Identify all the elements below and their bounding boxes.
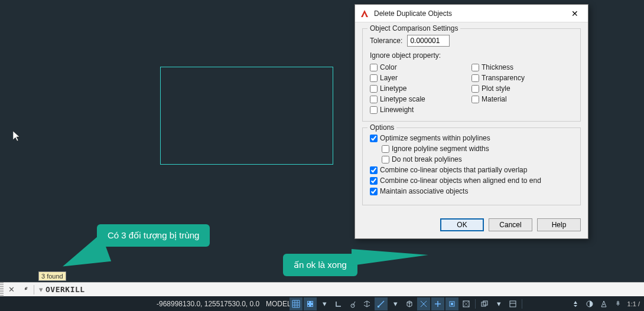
checkbox-material[interactable]: Material (471, 95, 573, 103)
autoscale-icon[interactable] (612, 297, 625, 310)
command-text[interactable]: OVERKILL (45, 285, 85, 294)
checkbox-thickness[interactable]: Thickness (471, 63, 573, 71)
options-group: Options Optimize segments within polylin… (362, 127, 581, 205)
checkbox-input[interactable] (370, 96, 378, 103)
lwt-icon[interactable] (445, 297, 458, 310)
dialog-close-button[interactable]: ✕ (567, 9, 583, 18)
checkbox-combine-end[interactable]: Combine co-linear objects when aligned e… (370, 176, 573, 185)
help-button[interactable]: Help (537, 218, 581, 231)
svg-point-4 (311, 305, 313, 306)
checkbox-input[interactable] (370, 188, 378, 195)
checkbox-input[interactable] (471, 96, 479, 103)
checkbox-input[interactable] (370, 166, 378, 174)
tolerance-input[interactable] (407, 35, 450, 47)
checkbox-input[interactable] (471, 85, 479, 93)
checkbox-input[interactable] (370, 135, 378, 142)
checkbox-input[interactable] (370, 74, 378, 82)
commandbar-customize-icon[interactable] (18, 286, 31, 294)
dyninput-icon[interactable] (431, 297, 444, 310)
separator (475, 299, 476, 309)
status-bar: -968998130.0, 125517530.0, 0.0 MODEL ▾ ▾… (0, 296, 644, 311)
comparison-settings-group: Object Comparison Settings Tolerance: Ig… (362, 28, 581, 122)
checkbox-input[interactable] (382, 145, 389, 153)
autocad-logo-icon (360, 9, 369, 18)
found-tooltip: 3 found (38, 271, 66, 281)
quickprops-icon[interactable] (506, 297, 519, 310)
checkbox-label: Combine co-linear objects that partially… (380, 166, 527, 174)
dialog-titlebar[interactable]: Delete Duplicate Objects ✕ (355, 5, 588, 22)
checkbox-label: Plot style (482, 84, 510, 93)
checkbox-label: Ignore polyline segment widths (392, 145, 489, 153)
selected-rectangle[interactable] (160, 67, 333, 165)
otrack-icon[interactable] (417, 297, 430, 310)
statusbar-left-icons: ▾ ▾ ▾ (290, 297, 523, 310)
separator (522, 299, 522, 309)
osnap-dropdown-icon[interactable]: ▾ (389, 297, 402, 310)
checkbox-input[interactable] (370, 106, 378, 114)
checkbox-label: Thickness (482, 63, 513, 71)
osnap-icon[interactable] (375, 297, 388, 310)
group-label: Object Comparison Settings (367, 24, 460, 32)
svg-rect-6 (378, 306, 379, 307)
transparency-icon[interactable] (460, 297, 473, 310)
checkbox-no-break[interactable]: Do not break polylines (382, 155, 573, 163)
checkbox-optimize-segments[interactable]: Optimize segments within polylines (370, 134, 573, 142)
commandbar-history-icon[interactable]: ▾ (37, 285, 45, 294)
ortho-icon[interactable] (332, 297, 345, 310)
scale-label[interactable]: 1:1 / (626, 300, 642, 307)
checkbox-color[interactable]: Color (370, 63, 471, 71)
checkbox-lineweight[interactable]: Lineweight (370, 106, 471, 114)
checkbox-label: Do not break polylines (392, 155, 462, 163)
svg-rect-8 (451, 303, 453, 305)
checkbox-input[interactable] (382, 156, 389, 163)
snap-icon[interactable] (304, 297, 317, 310)
commandbar-close-icon[interactable]: ✕ (5, 285, 18, 294)
anno-visibility-icon[interactable] (597, 297, 610, 310)
tolerance-label: Tolerance: (370, 37, 402, 45)
checkbox-label: Maintain associative objects (380, 187, 468, 195)
checkbox-label: Transparency (482, 74, 525, 82)
annoscale-icon[interactable] (569, 297, 582, 310)
checkbox-label: Optimize segments within polylines (380, 134, 490, 142)
checkbox-label: Material (482, 95, 507, 103)
checkbox-plotstyle[interactable]: Plot style (471, 84, 573, 93)
svg-point-2 (311, 302, 313, 303)
grid-icon[interactable] (290, 297, 303, 310)
checkbox-ignore-widths[interactable]: Ignore polyline segment widths (382, 145, 573, 153)
checkbox-linetype[interactable]: Linetype (370, 84, 471, 93)
checkbox-linetype-scale[interactable]: Linetype scale (370, 95, 471, 103)
checkbox-input[interactable] (471, 64, 479, 71)
checkbox-maintain-assoc[interactable]: Maintain associative objects (370, 187, 573, 195)
cancel-button[interactable]: Cancel (489, 218, 532, 231)
checkbox-combine-overlap[interactable]: Combine co-linear objects that partially… (370, 166, 573, 174)
dialog-title: Delete Duplicate Objects (374, 9, 567, 18)
snap-dropdown-icon[interactable]: ▾ (318, 297, 331, 310)
checkbox-input[interactable] (370, 64, 378, 71)
annotation-callout-1: Có 3 đối tượng bị trùng (97, 224, 210, 247)
group-label: Options (367, 123, 396, 132)
coordinates-readout[interactable]: -968998130.0, 125517530.0, 0.0 (157, 300, 259, 308)
workspace-icon[interactable] (583, 297, 596, 310)
svg-point-14 (603, 304, 604, 305)
polar-icon[interactable] (346, 297, 359, 310)
ok-button[interactable]: OK (440, 218, 484, 231)
statusbar-right-icons: 1:1 / (569, 297, 642, 310)
checkbox-input[interactable] (370, 177, 378, 185)
ignore-label: Ignore object property: (370, 51, 573, 60)
checkbox-label: Linetype (380, 84, 406, 93)
selection-cycling-icon[interactable] (478, 297, 491, 310)
selection-dropdown-icon[interactable]: ▾ (492, 297, 505, 310)
commandbar-grip[interactable] (0, 283, 4, 296)
command-bar[interactable]: ✕ ▾ OVERKILL (0, 282, 644, 296)
svg-point-3 (308, 305, 309, 306)
isodraft-icon[interactable] (360, 297, 373, 310)
checkbox-label: Combine co-linear objects when aligned e… (380, 176, 541, 185)
checkbox-transparency[interactable]: Transparency (471, 74, 573, 82)
checkbox-input[interactable] (370, 85, 378, 93)
checkbox-label: Layer (380, 74, 398, 82)
checkbox-input[interactable] (471, 74, 479, 82)
checkbox-label: Linetype scale (380, 95, 425, 103)
checkbox-layer[interactable]: Layer (370, 74, 471, 82)
3dosnap-icon[interactable] (403, 297, 416, 310)
svg-point-1 (308, 302, 309, 303)
